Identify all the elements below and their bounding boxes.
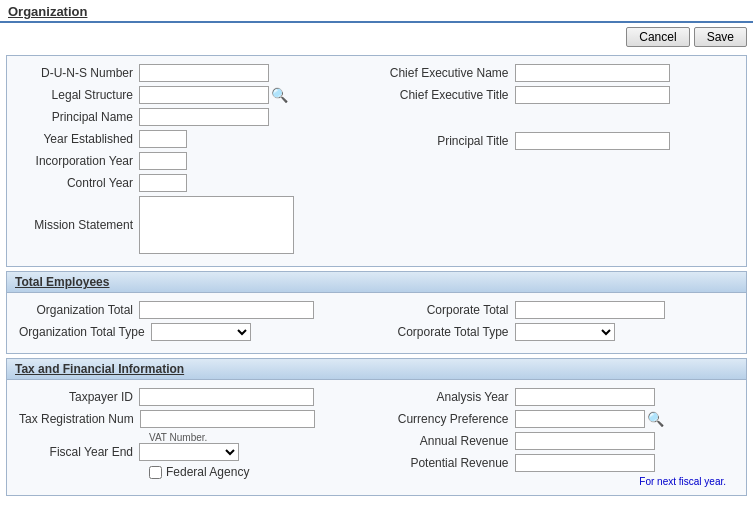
year-established-label: Year Established (19, 132, 139, 146)
annual-revenue-row: Annual Revenue (385, 432, 735, 450)
federal-agency-row: Federal Agency (149, 465, 369, 479)
org-total-label: Organization Total (19, 303, 139, 317)
fiscal-year-select[interactable] (139, 443, 239, 461)
mission-statement-row: Mission Statement (19, 196, 369, 254)
incorporation-year-label: Incorporation Year (19, 154, 139, 168)
principal-name-label: Principal Name (19, 110, 139, 124)
org-total-input[interactable] (139, 301, 314, 319)
tax-reg-row: Tax Registration Num (19, 410, 369, 428)
organization-section: D-U-N-S Number Legal Structure 🔍 Princip… (6, 55, 747, 267)
save-button[interactable]: Save (694, 27, 747, 47)
chief-exec-title-input[interactable] (515, 86, 670, 104)
org-total-row: Organization Total (19, 301, 369, 319)
corp-total-row: Corporate Total (385, 301, 735, 319)
control-year-label: Control Year (19, 176, 139, 190)
total-employees-section: Total Employees Organization Total Organ… (6, 271, 747, 354)
next-fiscal-note[interactable]: For next fiscal year. (639, 476, 726, 487)
vat-label-text: VAT Number. (149, 432, 369, 443)
legal-structure-row: Legal Structure 🔍 (19, 86, 369, 104)
currency-pref-search-icon[interactable]: 🔍 (645, 411, 666, 427)
principal-title-input[interactable] (515, 132, 670, 150)
analysis-year-input[interactable] (515, 388, 655, 406)
organization-section-body: D-U-N-S Number Legal Structure 🔍 Princip… (7, 56, 746, 266)
control-year-input[interactable] (139, 174, 187, 192)
employees-grid: Organization Total Organization Total Ty… (11, 299, 742, 347)
tax-reg-label: Tax Registration Num (19, 412, 140, 426)
currency-pref-row: Currency Preference 🔍 (385, 410, 735, 428)
taxpayer-id-input[interactable] (139, 388, 314, 406)
federal-agency-checkbox[interactable] (149, 466, 162, 479)
principal-name-input[interactable] (139, 108, 269, 126)
legal-structure-search-icon[interactable]: 🔍 (269, 87, 290, 103)
corp-total-type-select[interactable] (515, 323, 615, 341)
mission-statement-label: Mission Statement (19, 218, 139, 232)
taxpayer-id-label: Taxpayer ID (19, 390, 139, 404)
cancel-button[interactable]: Cancel (626, 27, 689, 47)
tax-grid: Taxpayer ID Tax Registration Num VAT Num… (11, 386, 742, 489)
total-employees-body: Organization Total Organization Total Ty… (7, 293, 746, 353)
incorporation-year-row: Incorporation Year (19, 152, 369, 170)
analysis-year-label: Analysis Year (385, 390, 515, 404)
chief-exec-name-input[interactable] (515, 64, 670, 82)
year-established-input[interactable] (139, 130, 187, 148)
total-employees-title: Total Employees (7, 272, 746, 293)
taxpayer-id-row: Taxpayer ID (19, 388, 369, 406)
year-established-row: Year Established (19, 130, 369, 148)
org-form-grid: D-U-N-S Number Legal Structure 🔍 Princip… (11, 62, 742, 260)
principal-title-row: Principal Title (385, 132, 735, 150)
org-left-col: D-U-N-S Number Legal Structure 🔍 Princip… (11, 62, 377, 260)
corp-total-input[interactable] (515, 301, 665, 319)
duns-input[interactable] (139, 64, 269, 82)
corp-total-label: Corporate Total (385, 303, 515, 317)
currency-pref-label: Currency Preference (385, 412, 515, 426)
annual-revenue-label: Annual Revenue (385, 434, 515, 448)
potential-revenue-row: Potential Revenue (385, 454, 735, 472)
duns-row: D-U-N-S Number (19, 64, 369, 82)
incorporation-year-input[interactable] (139, 152, 187, 170)
chief-exec-name-label: Chief Executive Name (385, 66, 515, 80)
tax-financial-body: Taxpayer ID Tax Registration Num VAT Num… (7, 380, 746, 495)
potential-revenue-input[interactable] (515, 454, 655, 472)
org-total-type-select[interactable] (151, 323, 251, 341)
chief-exec-title-label: Chief Executive Title (385, 88, 515, 102)
page-header: Organization (0, 0, 753, 23)
employees-left: Organization Total Organization Total Ty… (11, 299, 377, 347)
org-total-type-label: Organization Total Type (19, 325, 151, 339)
control-year-row: Control Year (19, 174, 369, 192)
legal-structure-input[interactable] (139, 86, 269, 104)
analysis-year-row: Analysis Year (385, 388, 735, 406)
corp-total-type-label: Corporate Total Type (385, 325, 515, 339)
employees-right: Corporate Total Corporate Total Type (377, 299, 743, 347)
legal-structure-label: Legal Structure (19, 88, 139, 102)
tax-reg-input[interactable] (140, 410, 315, 428)
principal-name-row: Principal Name (19, 108, 369, 126)
fiscal-year-row: Fiscal Year End (19, 443, 369, 461)
corp-total-type-row: Corporate Total Type (385, 323, 735, 341)
duns-label: D-U-N-S Number (19, 66, 139, 80)
tax-left: Taxpayer ID Tax Registration Num VAT Num… (11, 386, 377, 489)
potential-revenue-label: Potential Revenue (385, 456, 515, 470)
org-right-col: Chief Executive Name Chief Executive Tit… (377, 62, 743, 260)
next-fiscal-note-row: For next fiscal year. (385, 476, 735, 487)
mission-statement-textarea[interactable] (139, 196, 294, 254)
tax-financial-title: Tax and Financial Information (7, 359, 746, 380)
currency-pref-input[interactable] (515, 410, 645, 428)
tax-financial-section: Tax and Financial Information Taxpayer I… (6, 358, 747, 496)
federal-agency-label: Federal Agency (166, 465, 249, 479)
vat-note: VAT Number. (19, 432, 369, 443)
chief-exec-title-row: Chief Executive Title (385, 86, 735, 104)
fiscal-year-label: Fiscal Year End (19, 445, 139, 459)
tax-right: Analysis Year Currency Preference 🔍 Annu… (377, 386, 743, 489)
principal-title-label: Principal Title (385, 134, 515, 148)
org-total-type-row: Organization Total Type (19, 323, 369, 341)
annual-revenue-input[interactable] (515, 432, 655, 450)
page-title: Organization (8, 4, 87, 19)
header-buttons: Cancel Save (0, 23, 753, 51)
chief-exec-name-row: Chief Executive Name (385, 64, 735, 82)
page-container: Organization Cancel Save D-U-N-S Number … (0, 0, 753, 523)
